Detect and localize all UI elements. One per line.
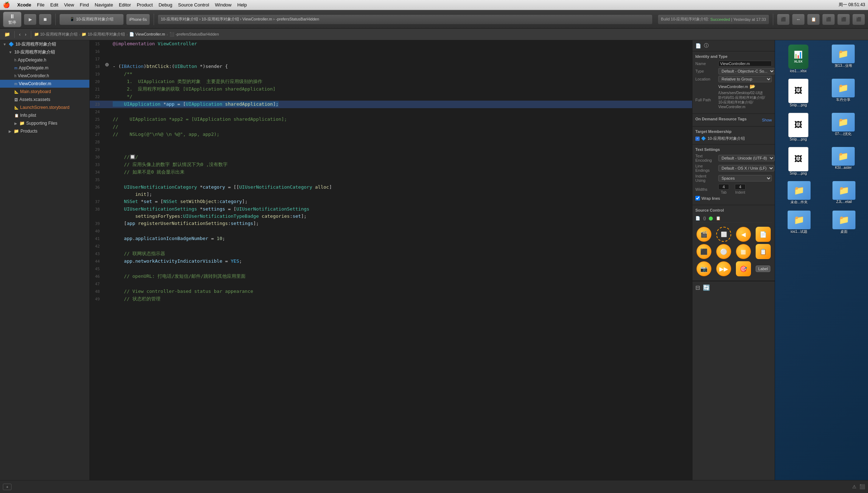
code-content-area[interactable]: 15 @implementation ViewController 16 17 … xyxy=(90,40,692,480)
menu-product[interactable]: Product xyxy=(137,2,153,8)
location-select[interactable]: Relative to Group xyxy=(718,76,772,82)
icon-cell-4[interactable]: 📄 xyxy=(754,227,772,242)
icon-btn-5[interactable]: ⬛ xyxy=(696,244,711,259)
layout-btn-3[interactable]: 📋 xyxy=(807,14,820,25)
inspector-tab-file[interactable]: 📄 xyxy=(695,43,701,49)
sidebar-item-main-storyboard[interactable]: 📐 Main.storyboard xyxy=(0,88,89,96)
icon-cell-10[interactable]: ▶▶ xyxy=(715,261,733,276)
icon-cell-7[interactable]: ▦ xyxy=(735,244,752,259)
desktop-file-png1[interactable]: 🖼 Snip....png xyxy=(787,77,810,109)
target-checkbox[interactable]: ✓ xyxy=(695,137,700,141)
breakpoint-18[interactable] xyxy=(105,63,109,66)
add-file-button[interactable]: + xyxy=(3,484,11,490)
icon-cell-5[interactable]: ⬛ xyxy=(695,244,713,259)
menu-help[interactable]: Help xyxy=(237,2,247,8)
desktop-file-folder7[interactable]: 📁 ios1...试题 xyxy=(786,209,812,236)
pause-button[interactable]: ⏸ 暂停 xyxy=(3,11,22,27)
sc-icon-circle[interactable]: ⬤ xyxy=(709,216,713,221)
menu-debug[interactable]: Debug xyxy=(159,2,172,8)
icon-btn-3[interactable]: ◀ xyxy=(736,227,751,242)
icon-cell-9[interactable]: 📷 xyxy=(695,261,713,276)
name-input[interactable] xyxy=(718,61,772,66)
desktop-file-png3[interactable]: 🖼 Snip....png xyxy=(787,146,810,177)
icon-btn-8[interactable]: 📋 xyxy=(756,244,771,259)
menu-view[interactable]: View xyxy=(64,2,74,8)
icon-cell-12[interactable]: Label xyxy=(754,261,772,276)
panel-bottom-icon-1[interactable]: ⊟ xyxy=(695,284,700,291)
run-button[interactable]: ▶ xyxy=(24,14,37,25)
menu-source-control[interactable]: Source Control xyxy=(178,2,209,8)
sidebar-item-supporting-files[interactable]: ▶ 📁 Supporting Files xyxy=(0,119,89,127)
desktop-file-folder3[interactable]: 📁 07-...(优化 xyxy=(830,111,856,143)
on-demand-show[interactable]: Show xyxy=(762,118,772,122)
sidebar-item-viewcontroller-m[interactable]: m ViewController.m xyxy=(0,80,89,88)
desktop-file-xlsx[interactable]: 📊 XLSX ios1....xlsx xyxy=(787,43,810,74)
icon-btn-6[interactable]: ⚪ xyxy=(716,244,731,259)
sidebar-item-viewcontroller-h[interactable]: h ViewController.h xyxy=(0,72,89,80)
panel-bottom-icon-2[interactable]: 🔄 xyxy=(703,284,710,291)
tab-width-input[interactable] xyxy=(718,184,729,190)
sidebar-item-appdelegate-m[interactable]: m AppDelegate.m xyxy=(0,64,89,72)
bottom-icon-layout[interactable]: ⬛ xyxy=(859,484,865,489)
menu-xcode[interactable]: Xcode xyxy=(17,2,31,8)
encoding-select[interactable]: Default - Unicode (UTF-8) xyxy=(718,155,775,161)
icon-cell-8[interactable]: 📋 xyxy=(754,244,772,259)
wrap-lines-checkbox[interactable] xyxy=(695,196,700,201)
icon-btn-4[interactable]: 📄 xyxy=(756,227,771,242)
nav-back-btn[interactable]: ‹ xyxy=(18,31,22,38)
icon-cell-6[interactable]: ⚪ xyxy=(715,244,733,259)
sidebar-item-appdelegate-h[interactable]: h AppDelegate.h xyxy=(0,56,89,64)
layout-btn-2[interactable]: ↔ xyxy=(792,14,805,25)
device-selector[interactable]: iPhone 6s xyxy=(126,14,150,25)
indent-using-select[interactable]: Spaces xyxy=(718,175,772,181)
desktop-file-folder8[interactable]: 📁 桌面 xyxy=(831,209,857,236)
nav-breadcrumb-3[interactable]: 📄 ViewController.m xyxy=(129,32,165,37)
scheme-selector[interactable]: 📱 10-应用程序对象介绍 xyxy=(59,14,124,25)
icon-cell-2[interactable]: ⬜ xyxy=(715,227,733,242)
menu-editor[interactable]: Editor xyxy=(119,2,131,8)
icon-btn-1[interactable]: 🎬 xyxy=(696,227,711,242)
icon-btn-11[interactable]: 🎯 xyxy=(736,261,751,276)
desktop-file-png2[interactable]: 🖼 Snip....png xyxy=(787,111,810,143)
sidebar-group-project[interactable]: ▼ 10-应用程序对象介绍 xyxy=(0,48,89,56)
layout-btn-1[interactable]: ⬛ xyxy=(777,14,790,25)
nav-breadcrumb-4[interactable]: ⬛ -prefersStatusBarHidden xyxy=(169,32,219,37)
layout-btn-6[interactable]: ⬛ xyxy=(852,14,865,25)
icon-btn-7[interactable]: ▦ xyxy=(736,244,751,259)
layout-btn-5[interactable]: ⬛ xyxy=(837,14,850,25)
type-select[interactable]: Default - Objective-C So... xyxy=(718,68,775,74)
layout-btn-4[interactable]: ⬛ xyxy=(822,14,835,25)
path-reveal-icon[interactable]: 📂 xyxy=(750,84,755,89)
icon-cell-1[interactable]: 🎬 xyxy=(695,227,713,242)
apple-menu[interactable]: 🍎 xyxy=(3,1,10,8)
stop-button[interactable]: ⏹ xyxy=(39,14,52,25)
nav-breadcrumb-1[interactable]: 📁 10-应用程序对象介绍 xyxy=(34,32,78,37)
sc-icon-doc[interactable]: 📋 xyxy=(716,216,721,221)
sidebar-item-products[interactable]: ▶ 📁 Products xyxy=(0,127,89,135)
sc-icon-bracket[interactable]: {} xyxy=(703,216,706,221)
sc-icon-file[interactable]: 📄 xyxy=(695,216,700,221)
bottom-icon-warning[interactable]: ⚠ xyxy=(852,484,857,489)
icon-btn-9[interactable]: 📷 xyxy=(696,261,711,276)
sidebar-item-launchscreen[interactable]: 📐 LaunchScreen.storyboard xyxy=(0,103,89,111)
menu-find[interactable]: Find xyxy=(80,2,89,8)
menu-file[interactable]: File xyxy=(37,2,45,8)
nav-breadcrumb-2[interactable]: 📁 10-应用程序对象介绍 xyxy=(81,32,125,37)
desktop-file-folder4[interactable]: 📁 KSI...aster xyxy=(830,146,856,177)
desktop-file-folder1[interactable]: 📁 第13...业堆 xyxy=(830,43,856,74)
endings-select[interactable]: Default - OS X / Unix (LF) xyxy=(718,165,774,171)
menu-window[interactable]: Window xyxy=(215,2,232,8)
nav-folder-icon[interactable]: 📁 xyxy=(3,31,11,38)
sidebar-root-project[interactable]: ▼ 🔷 10-应用程序对象介绍 xyxy=(0,40,89,48)
menu-navigate[interactable]: Navigate xyxy=(95,2,113,8)
icon-cell-11[interactable]: 🎯 xyxy=(735,261,752,276)
desktop-file-folder5[interactable]: 📁 未命...件夹 xyxy=(786,180,812,206)
desktop-file-folder2[interactable]: 📁 车丹分享 xyxy=(830,77,856,109)
icon-cell-3[interactable]: ◀ xyxy=(735,227,752,242)
inspector-tab-quick[interactable]: ⓘ xyxy=(704,42,709,49)
nav-forward-btn[interactable]: › xyxy=(23,31,28,38)
icon-btn-2[interactable]: ⬜ xyxy=(716,227,731,242)
icon-btn-10[interactable]: ▶▶ xyxy=(716,261,731,276)
menu-edit[interactable]: Edit xyxy=(50,2,58,8)
desktop-file-folder6[interactable]: 📁 ZJL...etail xyxy=(831,180,857,206)
